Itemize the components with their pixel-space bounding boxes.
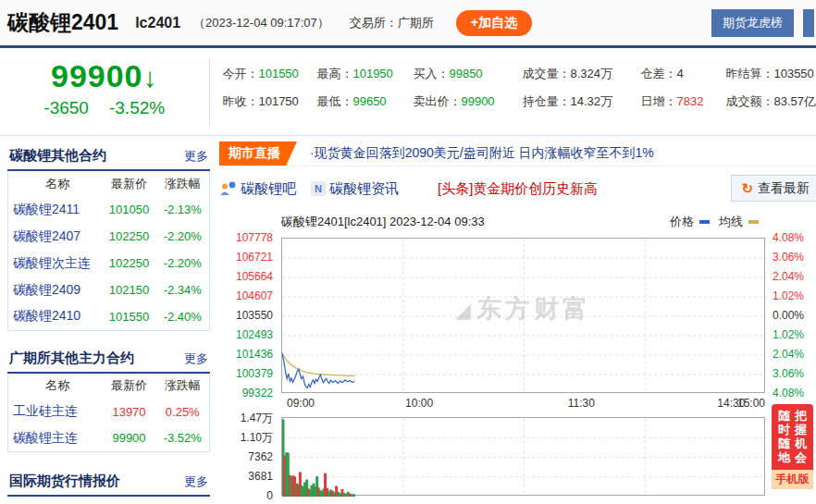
table-row[interactable]: 碳酸锂2411 101050 -2.13% [8, 196, 210, 223]
price-plot-area[interactable]: ◢东方财富 [281, 238, 765, 393]
banner-text-right: 把握机会 [795, 409, 808, 464]
links-row: 碳酸锂吧 N 碳酸锂资讯 [头条]黄金期价创历史新高 ↻ 查看最新 [219, 175, 816, 203]
price-change: -3650 -3.52% [0, 98, 209, 118]
down-arrow-icon: ↓ [143, 62, 158, 92]
price-swatch [699, 220, 710, 224]
banner-text-left: 随时随地 [778, 409, 791, 464]
divider [7, 495, 210, 497]
stat-ask: 卖出价：99900 [413, 93, 522, 121]
stat-bid: 买入：99850 [413, 66, 522, 93]
table-row[interactable]: 工业硅主连 13970 0.25% [8, 399, 210, 425]
page: 碳酸锂2401 lc2401 （2023-12-04 09:17:07） 交易所… [0, 0, 816, 504]
table-row[interactable]: 碳酸锂2409 102150 -2.34% [8, 277, 210, 303]
percent-axis-right: 4.08%3.06%2.04%1.02%0.00%1.02%2.04%3.06%… [771, 238, 816, 393]
table-header-row: 名称 最新价 涨跌幅 [8, 374, 210, 399]
last-price: 99900↓ [0, 58, 209, 94]
section-title: 广期所其他主力合约 [9, 350, 134, 367]
time-axis: 09:0010:0011:3014:3015:00 [281, 397, 765, 412]
stat-prev-settle: 昨结算：103550 [725, 66, 816, 93]
table-header-row: 名称 最新价 涨跌幅 [8, 171, 210, 196]
more-link[interactable]: 更多 [184, 473, 208, 490]
stat-open-interest: 持仓量：14.32万 [522, 93, 640, 121]
stat-low: 最低：99650 [316, 93, 413, 121]
more-link[interactable]: 更多 [184, 148, 208, 165]
table-row[interactable]: 碳酸锂次主连 102250 -2.20% [8, 250, 210, 277]
last-price-value: 99900 [51, 58, 143, 93]
last-price-block: 99900↓ -3650 -3.52% [0, 51, 209, 135]
price-axis-left: 1077781067211056641046071035501024931014… [219, 238, 278, 393]
table-row[interactable]: 碳酸锂2407 102250 -2.20% [8, 223, 210, 250]
quote-timestamp: （2023-12-04 09:17:07） [193, 15, 329, 31]
sidebar: 碳酸锂其他合约 更多 名称 最新价 涨跌幅 碳酸锂2411 101050 -2.… [0, 136, 216, 504]
more-link[interactable]: 更多 [184, 350, 208, 367]
chart-title: 碳酸锂2401[lc2401] 2023-12-04 09:33 [281, 214, 485, 230]
partial-button[interactable] [803, 9, 814, 37]
ticker-headline[interactable]: ·现货黄金回落到2090美元/盎司附近 日内涨幅收窄至不到1% [310, 145, 654, 162]
mobile-app-banner[interactable]: 随时随地 把握机会 手机版 [772, 404, 813, 489]
stat-high: 最高：101950 [316, 66, 413, 93]
volume-plot-area[interactable] [281, 417, 765, 496]
contract-code: lc2401 [135, 15, 180, 31]
table-row[interactable]: 碳酸锂主连 99900 -3.52% [8, 425, 210, 452]
sidebar-section-main-contracts: 广期所其他主力合约 更多 名称 最新价 涨跌幅 工业硅主连 13970 0.25… [7, 346, 210, 453]
add-watchlist-button[interactable]: +加自选 [456, 10, 532, 36]
section-title: 碳酸锂其他合约 [9, 147, 106, 165]
change-value: -3650 [43, 98, 89, 118]
table-row[interactable]: 碳酸锂2410 101550 -2.40% [8, 303, 210, 330]
refresh-icon: ↻ [741, 180, 753, 197]
person-icon [219, 181, 237, 196]
chart-legend: 价格 均线 [670, 214, 768, 230]
sidebar-section-other-contracts: 碳酸锂其他合约 更多 名称 最新价 涨跌幅 碳酸锂2411 101050 -2.… [7, 143, 210, 331]
stat-position-diff: 仓差：4 [640, 66, 725, 93]
headline-link[interactable]: [头条]黄金期价创历史新高 [438, 180, 598, 198]
change-percent: -3.52% [109, 98, 165, 118]
header: 碳酸锂2401 lc2401 （2023-12-04 09:17:07） 交易所… [0, 0, 816, 48]
contracts-table: 名称 最新价 涨跌幅 碳酸锂2411 101050 -2.13% 碳酸锂2407… [7, 171, 210, 331]
sidebar-section-international: 国际期货行情报价 更多 [7, 469, 210, 497]
header-buttons: 期货龙虎榜 [711, 9, 809, 37]
quote-panel: 99900↓ -3650 -3.52% 今开：101550 最高：101950 … [0, 51, 816, 136]
contracts-table: 名称 最新价 涨跌幅 工业硅主连 13970 0.25% 碳酸锂主连 99900… [7, 374, 210, 453]
section-title: 国际期货行情报价 [9, 473, 120, 490]
banner-footer: 手机版 [772, 470, 813, 489]
volume-axis: 1.47万1.10万736236810 [219, 417, 278, 496]
news-ticker-bar: 期市直播 ·现货黄金回落到2090美元/盎司附近 日内涨幅收窄至不到1% [219, 141, 816, 166]
intraday-chart: 碳酸锂2401[lc2401] 2023-12-04 09:33 价格 均线 1… [219, 206, 816, 496]
news-icon: N [311, 181, 326, 196]
quote-stats-grid: 今开：101550 最高：101950 买入：99850 成交量：8.324万 … [209, 51, 816, 135]
contract-bar-link[interactable]: 碳酸锂吧 [241, 180, 296, 198]
stat-open: 今开：101550 [222, 66, 316, 93]
live-badge[interactable]: 期市直播 [219, 141, 297, 166]
ma-swatch [748, 220, 759, 224]
stat-prev-close: 昨收：101750 [222, 93, 316, 121]
stat-volume: 成交量：8.324万 [522, 66, 640, 93]
refresh-button[interactable]: ↻ 查看最新 [731, 175, 816, 202]
main-content: 期市直播 ·现货黄金回落到2090美元/盎司附近 日内涨幅收窄至不到1% 碳酸锂… [219, 136, 816, 504]
exchange-label: 交易所：广期所 [350, 15, 434, 31]
futures-longhu-button[interactable]: 期货龙虎榜 [711, 9, 794, 37]
stat-daily-increase: 日增：7832 [640, 93, 725, 121]
stat-turnover: 成交额：83.57亿 [725, 93, 816, 121]
contract-news-link[interactable]: 碳酸锂资讯 [329, 180, 399, 198]
contract-title: 碳酸锂2401 [7, 8, 118, 37]
legend-price: 价格 [670, 214, 694, 230]
legend-ma: 均线 [719, 214, 743, 230]
